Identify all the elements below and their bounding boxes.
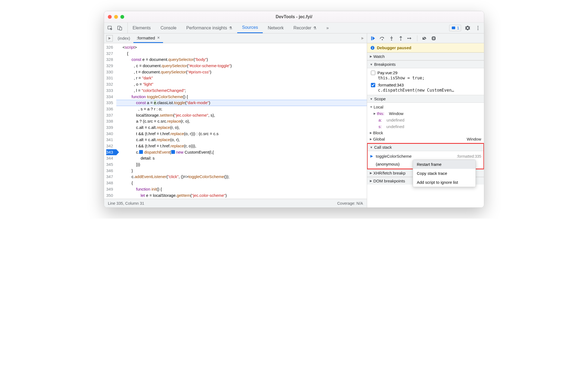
- close-tab-icon[interactable]: ×: [157, 35, 159, 40]
- scope-body: ▼Local ▶this: Window a: undefined s: und…: [367, 103, 484, 143]
- context-add-ignore-list[interactable]: Add script to ignore list: [413, 178, 476, 187]
- scope-global[interactable]: ▶GlobalWindow: [367, 136, 484, 142]
- window-title: DevTools - jec.fyi/: [276, 14, 312, 19]
- minimize-window-icon[interactable]: [114, 15, 118, 19]
- pause-on-exceptions-icon[interactable]: [431, 36, 436, 41]
- callstack-context-menu: Restart frame Copy stack trace Add scrip…: [413, 160, 476, 187]
- scope-section-header[interactable]: ▼Scope: [367, 95, 484, 103]
- svg-point-5: [477, 27, 478, 28]
- svg-rect-3: [452, 26, 455, 29]
- callstack-frame[interactable]: toggleColorScheme:formatted:335: [367, 152, 484, 160]
- svg-rect-15: [372, 47, 373, 47]
- svg-rect-16: [372, 48, 373, 49]
- titlebar: DevTools - jec.fyi/: [104, 11, 484, 23]
- editor-tabstrip: (index) :formatted×: [104, 33, 367, 43]
- callstack-section-header[interactable]: ▼Call stack: [367, 143, 484, 151]
- breakpoint-item[interactable]: Pay.vue:29this.isShow = true;: [367, 69, 484, 82]
- svg-point-6: [477, 29, 478, 30]
- settings-icon[interactable]: [464, 24, 471, 32]
- tab-recorder[interactable]: Recorder⚗: [289, 23, 321, 33]
- scope-local[interactable]: ▼Local: [367, 104, 484, 110]
- line-number-gutter: 3263273283293303313323333343353363373383…: [104, 43, 116, 199]
- step-out-icon[interactable]: [398, 36, 404, 41]
- context-restart-frame[interactable]: Restart frame: [413, 160, 476, 169]
- context-copy-stack-trace[interactable]: Copy stack trace: [413, 169, 476, 178]
- breakpoints-section-header[interactable]: ▼Breakpoints: [367, 60, 484, 68]
- editor-pane: (index) :formatted× 32632732832933033133…: [104, 33, 367, 207]
- svg-point-11: [407, 38, 408, 39]
- editor-statusbar: Line 335, Column 31 Coverage: N/A: [104, 199, 367, 207]
- inspect-element-icon[interactable]: [106, 24, 114, 32]
- flask-icon: ⚗: [313, 26, 317, 30]
- svg-rect-13: [434, 37, 434, 39]
- resume-icon[interactable]: [370, 36, 376, 41]
- svg-point-10: [400, 39, 401, 41]
- scope-var-a: a: undefined: [367, 117, 484, 123]
- editor-tab-formatted[interactable]: :formatted×: [133, 33, 163, 43]
- cursor-position: Line 335, Column 31: [108, 201, 144, 206]
- svg-point-8: [382, 39, 383, 40]
- tab-console[interactable]: Console: [156, 23, 182, 33]
- scope-this[interactable]: ▶this: Window: [367, 110, 484, 117]
- breakpoints-list: Pay.vue:29this.isShow = true;:formatted:…: [367, 68, 484, 95]
- tab-elements[interactable]: Elements: [128, 23, 156, 33]
- panel-tabs: Elements Console Performance insights⚗ S…: [128, 23, 446, 33]
- breakpoint-item[interactable]: :formatted:343c.dispatchEvent(new Custom…: [367, 82, 484, 94]
- svg-point-4: [477, 26, 478, 27]
- breakpoint-checkbox[interactable]: [371, 71, 375, 75]
- debug-toolbar: [367, 33, 484, 43]
- device-toolbar-icon[interactable]: [116, 24, 124, 32]
- step-into-icon[interactable]: [389, 36, 394, 41]
- breakpoint-checkbox[interactable]: [371, 83, 375, 87]
- show-navigator-icon[interactable]: [106, 35, 113, 42]
- debugger-paused-message: Debugger paused: [367, 43, 484, 52]
- svg-point-9: [391, 39, 392, 41]
- step-over-icon[interactable]: [380, 36, 385, 41]
- scope-var-s: s: undefined: [367, 123, 484, 130]
- tab-performance-insights[interactable]: Performance insights⚗: [181, 23, 237, 33]
- coverage-status: Coverage: N/A: [337, 201, 363, 206]
- editor-tab-index[interactable]: (index): [114, 33, 133, 43]
- flask-icon: ⚗: [229, 26, 232, 30]
- step-icon[interactable]: [407, 36, 413, 41]
- more-tabs-icon[interactable]: [361, 37, 364, 40]
- code-body: <script> { const e = document.querySelec…: [116, 43, 367, 199]
- tabs-overflow[interactable]: »: [321, 23, 334, 33]
- issues-badge[interactable]: 1: [449, 25, 461, 31]
- watch-section-header[interactable]: ▶Watch: [367, 52, 484, 60]
- svg-rect-12: [433, 37, 433, 39]
- devtools-window: DevTools - jec.fyi/ Elements Console Per…: [104, 11, 484, 208]
- svg-rect-2: [120, 27, 122, 30]
- maximize-window-icon[interactable]: [120, 15, 124, 19]
- main-toolbar: Elements Console Performance insights⚗ S…: [104, 23, 484, 33]
- svg-rect-7: [371, 36, 372, 40]
- code-editor[interactable]: 3263273283293303313323333343353363373383…: [104, 43, 367, 199]
- tab-network[interactable]: Network: [263, 23, 289, 33]
- kebab-menu-icon[interactable]: [474, 24, 482, 32]
- traffic-lights: [108, 15, 124, 19]
- deactivate-breakpoints-icon[interactable]: [422, 36, 427, 41]
- close-window-icon[interactable]: [108, 15, 112, 19]
- tab-sources[interactable]: Sources: [237, 23, 263, 33]
- scope-block[interactable]: ▶Block: [367, 130, 484, 136]
